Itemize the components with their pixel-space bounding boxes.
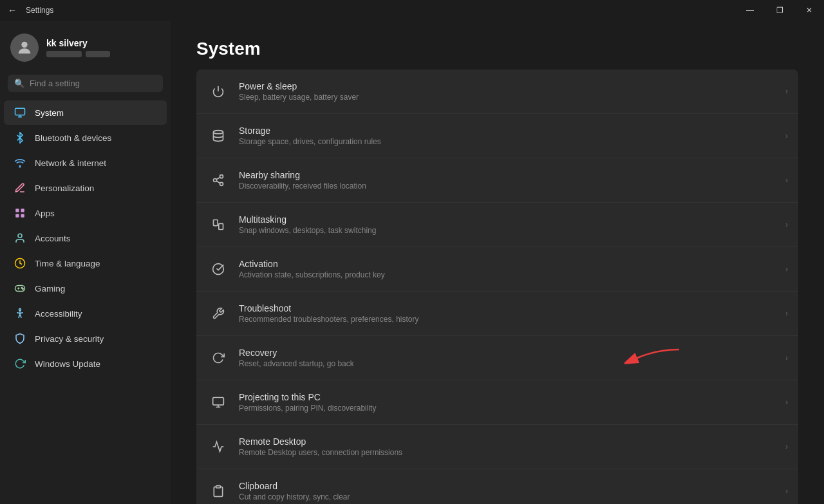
svg-point-16 (214, 131, 223, 134)
settings-list: Power & sleep Sleep, battery usage, batt… (171, 70, 824, 504)
network-icon (14, 157, 26, 169)
accessibility-icon (14, 308, 26, 319)
projecting-chevron: › (785, 398, 788, 407)
user-pill-1 (46, 51, 82, 57)
settings-item-remote[interactable]: Remote Desktop Remote Desktop users, con… (196, 425, 798, 469)
username: kk silvery (46, 38, 110, 48)
storage-icon (207, 124, 230, 147)
svg-rect-6 (21, 214, 24, 218)
storage-chevron: › (785, 131, 788, 140)
recovery-title: Recovery (239, 348, 785, 358)
user-subtitle (46, 51, 110, 57)
search-input[interactable] (30, 79, 156, 88)
settings-item-activation[interactable]: Activation Activation state, subscriptio… (196, 247, 798, 292)
svg-rect-1 (15, 108, 25, 115)
search-box[interactable]: 🔍 (8, 75, 163, 92)
nearby-title: Nearby sharing (239, 170, 785, 180)
svg-point-17 (220, 175, 223, 178)
bluetooth-icon (14, 132, 26, 144)
update-icon (14, 358, 26, 369)
nearby-icon (207, 169, 230, 192)
sidebar-item-system[interactable]: System (4, 100, 167, 125)
accounts-icon (14, 232, 26, 244)
recovery-icon (207, 346, 230, 369)
projecting-icon (207, 391, 230, 414)
multitasking-desc: Snap windows, desktops, task switching (239, 226, 785, 235)
back-button[interactable]: ← (8, 5, 17, 15)
sidebar-item-accessibility[interactable]: Accessibility (4, 301, 167, 326)
sidebar-item-apps-label: Apps (35, 209, 55, 218)
power-chevron: › (785, 87, 788, 96)
privacy-icon (14, 333, 26, 344)
avatar (10, 33, 39, 62)
sidebar-item-update[interactable]: Windows Update (4, 351, 167, 376)
sidebar-item-personalization[interactable]: Personalization (4, 176, 167, 200)
svg-rect-3 (15, 209, 19, 212)
troubleshoot-title: Troubleshoot (239, 303, 785, 313)
clipboard-item-text: Clipboard Cut and copy history, sync, cl… (239, 481, 785, 501)
svg-point-18 (214, 179, 217, 182)
settings-item-storage[interactable]: Storage Storage space, drives, configura… (196, 114, 798, 158)
svg-line-20 (216, 181, 220, 183)
storage-title: Storage (239, 126, 785, 136)
gaming-icon (14, 283, 26, 294)
multitasking-title: Multitasking (239, 214, 785, 225)
sidebar-item-apps[interactable]: Apps (4, 201, 167, 225)
settings-item-troubleshoot[interactable]: Troubleshoot Recommended troubleshooters… (196, 292, 798, 336)
troubleshoot-desc: Recommended troubleshooters, preferences… (239, 315, 785, 324)
troubleshoot-icon (207, 302, 230, 325)
close-button[interactable]: ✕ (794, 0, 824, 21)
sidebar-item-personalization-label: Personalization (35, 183, 94, 193)
personalization-icon (14, 182, 26, 194)
troubleshoot-item-text: Troubleshoot Recommended troubleshooters… (239, 303, 785, 324)
clipboard-chevron: › (785, 487, 788, 496)
sidebar-item-accessibility-label: Accessibility (35, 309, 82, 319)
page-header: System (171, 21, 824, 70)
search-icon: 🔍 (14, 79, 24, 88)
main-content: System Power & sleep Sleep, battery usag… (171, 21, 824, 504)
svg-rect-29 (216, 486, 221, 488)
settings-item-power[interactable]: Power & sleep Sleep, battery usage, batt… (196, 70, 798, 114)
sidebar-item-update-label: Windows Update (35, 359, 100, 369)
projecting-title: Projecting to this PC (239, 392, 785, 402)
sidebar-item-bluetooth[interactable]: Bluetooth & devices (4, 126, 167, 150)
settings-item-projecting[interactable]: Projecting to this PC Permissions, pairi… (196, 380, 798, 425)
sidebar-item-network[interactable]: Network & internet (4, 151, 167, 175)
titlebar-title: Settings (26, 6, 53, 15)
sidebar-item-bluetooth-label: Bluetooth & devices (35, 133, 111, 143)
sidebar-item-time-label: Time & language (35, 259, 100, 268)
activation-item-text: Activation Activation state, subscriptio… (239, 259, 785, 279)
svg-point-19 (220, 182, 223, 185)
user-section[interactable]: kk silvery (0, 21, 171, 72)
power-desc: Sleep, battery usage, battery saver (239, 93, 785, 102)
settings-item-multitasking[interactable]: Multitasking Snap windows, desktops, tas… (196, 203, 798, 247)
activation-title: Activation (239, 259, 785, 269)
remote-desc: Remote Desktop users, connection permiss… (239, 448, 785, 457)
app-body: kk silvery 🔍 System (0, 21, 824, 504)
clipboard-desc: Cut and copy history, sync, clear (239, 492, 785, 501)
time-icon (14, 257, 26, 269)
clipboard-icon (207, 480, 230, 503)
nearby-item-text: Nearby sharing Discoverability, received… (239, 170, 785, 191)
projecting-item-text: Projecting to this PC Permissions, pairi… (239, 392, 785, 413)
sidebar-item-gaming-label: Gaming (35, 284, 65, 294)
sidebar-item-accounts[interactable]: Accounts (4, 226, 167, 250)
maximize-button[interactable]: ❐ (765, 0, 794, 21)
remote-item-text: Remote Desktop Remote Desktop users, con… (239, 436, 785, 457)
settings-item-recovery[interactable]: Recovery Reset, advanced startup, go bac… (196, 336, 798, 380)
sidebar-item-privacy[interactable]: Privacy & security (4, 326, 167, 351)
sidebar-item-gaming[interactable]: Gaming (4, 276, 167, 301)
multitasking-icon (207, 213, 230, 236)
settings-item-clipboard[interactable]: Clipboard Cut and copy history, sync, cl… (196, 469, 798, 504)
minimize-button[interactable]: — (735, 0, 765, 21)
settings-item-nearby[interactable]: Nearby sharing Discoverability, received… (196, 158, 798, 203)
svg-rect-5 (15, 214, 19, 218)
recovery-desc: Reset, advanced startup, go back (239, 359, 785, 368)
sidebar-item-network-label: Network & internet (35, 158, 106, 168)
sidebar-item-time[interactable]: Time & language (4, 251, 167, 275)
svg-point-7 (18, 234, 22, 238)
svg-point-24 (213, 264, 224, 275)
sidebar-item-system-label: System (35, 108, 64, 118)
svg-rect-4 (21, 209, 24, 212)
multitasking-item-text: Multitasking Snap windows, desktops, tas… (239, 214, 785, 235)
